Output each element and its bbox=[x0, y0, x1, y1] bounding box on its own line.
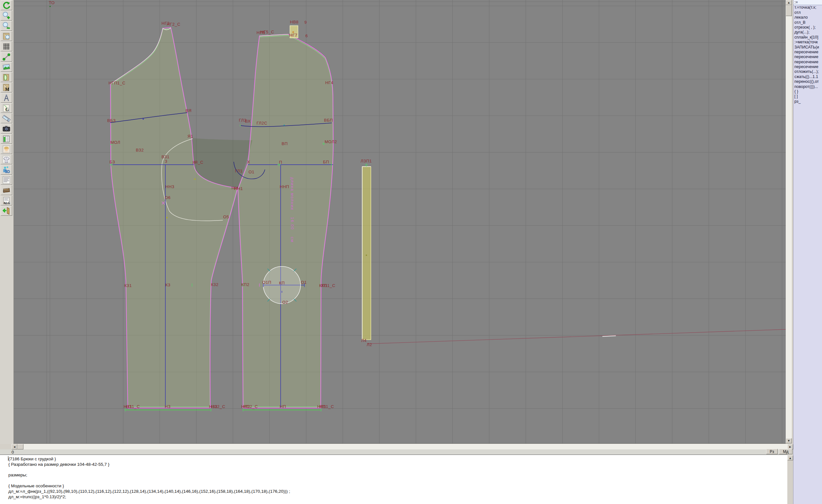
status-button-мд[interactable]: Мд bbox=[779, 449, 792, 454]
front-piece[interactable] bbox=[238, 34, 333, 408]
command-item[interactable]: лекало bbox=[793, 15, 822, 20]
command-item[interactable]: пересечение bbox=[793, 64, 822, 69]
svg-text:3D: 3D bbox=[5, 169, 10, 174]
command-item[interactable]: ЗАПИСАТЬ(и bbox=[793, 45, 822, 50]
piece-preview-icon[interactable] bbox=[1, 31, 12, 41]
editor-vertical-scrollbar[interactable]: ▲ bbox=[787, 455, 793, 504]
command-item[interactable]: сплайн_к[10] bbox=[793, 35, 822, 40]
point-label: О5 bbox=[223, 215, 229, 219]
command-item[interactable]: отрезок( , ); bbox=[793, 25, 822, 30]
svg-text:8: 8 bbox=[7, 118, 9, 122]
point-label: О1П bbox=[262, 280, 271, 285]
3d-icon[interactable]: 3D bbox=[1, 165, 12, 175]
point-label: З bbox=[165, 159, 167, 164]
command-item[interactable]: рз_ bbox=[793, 99, 822, 104]
point-label: ННЗ bbox=[165, 184, 174, 189]
point-label: НЗ2_С bbox=[211, 405, 226, 409]
algorithm-icon[interactable]: ALG bbox=[1, 195, 12, 205]
command-item[interactable]: сжать(()...1.1 bbox=[793, 74, 822, 79]
point-label: О1 bbox=[301, 280, 307, 285]
point-label: ГЛ2С bbox=[257, 121, 267, 125]
canvas-vertical-scrollbar[interactable]: ▲ ▼ bbox=[786, 0, 792, 443]
point-label: Я1 bbox=[187, 134, 193, 139]
pattern-g-icon[interactable]: G bbox=[1, 103, 12, 113]
diagonal-guide-highlight bbox=[602, 336, 616, 337]
zoom-out-icon[interactable] bbox=[1, 21, 12, 31]
command-item[interactable]: отл bbox=[793, 10, 822, 15]
editor-scroll-up-button[interactable]: ▲ bbox=[787, 456, 793, 460]
canvas-horizontal-scrollbar[interactable]: ◄ ► bbox=[12, 444, 793, 449]
vertical-scroll-thumb[interactable] bbox=[786, 5, 792, 16]
exit-icon[interactable] bbox=[1, 206, 12, 216]
editor-line bbox=[8, 478, 787, 483]
scroll-down-button[interactable]: ▼ bbox=[786, 438, 792, 443]
command-input[interactable]: := bbox=[793, 0, 822, 5]
point-label: МОЛ bbox=[110, 140, 120, 145]
command-item[interactable]: поворот(())... bbox=[793, 84, 822, 89]
point-label: О2 bbox=[282, 300, 288, 305]
ruler-icon[interactable]: 8 bbox=[1, 113, 12, 123]
program-text-editor[interactable]: {7186 Брюки с грудкой }{ Разработано на … bbox=[0, 455, 787, 504]
scroll-up-button[interactable]: ▲ bbox=[786, 0, 792, 5]
scroll-left-button[interactable]: ◄ bbox=[12, 444, 17, 449]
camera-icon[interactable] bbox=[1, 124, 12, 133]
point-label: БЗ bbox=[109, 160, 115, 164]
dot-marker-4 bbox=[49, 6, 51, 7]
command-item[interactable]: :=метка(точк bbox=[793, 40, 822, 45]
command-item[interactable]: [ ] bbox=[793, 94, 822, 99]
command-item[interactable]: т.=точка(т.х; bbox=[793, 5, 822, 10]
point-label: ВБЗ bbox=[107, 118, 115, 123]
point-label: ТО bbox=[49, 1, 55, 5]
command-item[interactable]: дуга(...); bbox=[793, 30, 822, 35]
undo-icon[interactable] bbox=[1, 0, 12, 10]
point-label: НЗ bbox=[165, 405, 170, 409]
spreadsheet-icon[interactable] bbox=[1, 134, 12, 144]
textdoc-icon[interactable] bbox=[1, 175, 12, 185]
pattern-piece-icon[interactable] bbox=[1, 72, 12, 82]
point-label: НЗ1_С bbox=[126, 405, 140, 409]
svg-text:ALG: ALG bbox=[3, 201, 10, 204]
dot-marker-2 bbox=[166, 217, 168, 218]
back-piece[interactable] bbox=[110, 28, 238, 408]
compass-icon[interactable] bbox=[1, 93, 12, 103]
command-item[interactable]: отл_В bbox=[793, 20, 822, 25]
command-item[interactable]: пересечение bbox=[793, 50, 822, 55]
command-item[interactable]: перенос((),от bbox=[793, 79, 822, 84]
belt-strip[interactable] bbox=[362, 166, 371, 340]
point-label: ВБП bbox=[324, 118, 333, 123]
point-label: П bbox=[279, 160, 282, 165]
pattern-m-icon[interactable]: M bbox=[1, 82, 12, 92]
point-label: 6 bbox=[305, 34, 308, 38]
zoom-in-icon[interactable] bbox=[1, 11, 12, 21]
text-cursor bbox=[8, 456, 8, 461]
measure-icon[interactable] bbox=[1, 52, 12, 62]
status-bar: 0 РзМд bbox=[0, 449, 793, 455]
editor-line: { Разработано на размер девочки 104-48-4… bbox=[8, 462, 787, 467]
dot-marker-1 bbox=[194, 178, 196, 180]
point-label: ВП bbox=[282, 141, 288, 146]
pattern-cad-window: MG83DALG bbox=[0, 0, 822, 504]
point-label: НН1 bbox=[234, 186, 243, 191]
horizontal-scroll-thumb[interactable] bbox=[17, 444, 23, 449]
garment-icon[interactable] bbox=[1, 154, 12, 164]
svg-text:G: G bbox=[5, 107, 9, 112]
command-item[interactable]: пересечение bbox=[793, 55, 822, 59]
editor-line: дл_м:=trunc((рз_1*0.13)/2)*2; bbox=[8, 494, 787, 500]
point-label: МОЛ2 bbox=[325, 140, 337, 144]
command-item[interactable]: отложить(...); bbox=[793, 69, 822, 74]
status-button-рз[interactable]: Рз bbox=[766, 449, 778, 454]
point-label: К3 bbox=[165, 283, 170, 287]
point-label: НГ7 bbox=[289, 33, 297, 38]
editor-line: { Модельные особенности } bbox=[8, 483, 787, 489]
dot-marker-5 bbox=[142, 118, 144, 120]
zipper-length-note: длина молнии 16.00 см bbox=[290, 177, 295, 243]
drawing-canvas[interactable]: ТОНГ3НГ2_СНВ89НП5НГ5_СНГ76НГП1_СНГ4ВЯВБЗ… bbox=[14, 0, 786, 444]
point-label: ВХ bbox=[245, 119, 251, 124]
point-label: НГ5_С bbox=[261, 30, 274, 34]
portrait-icon[interactable] bbox=[1, 144, 12, 154]
command-item[interactable]: пересечение bbox=[793, 60, 822, 64]
grid-icon[interactable] bbox=[1, 41, 12, 51]
image-icon[interactable] bbox=[1, 62, 12, 72]
books-icon[interactable] bbox=[1, 185, 12, 195]
command-item[interactable]: { } bbox=[793, 89, 822, 94]
